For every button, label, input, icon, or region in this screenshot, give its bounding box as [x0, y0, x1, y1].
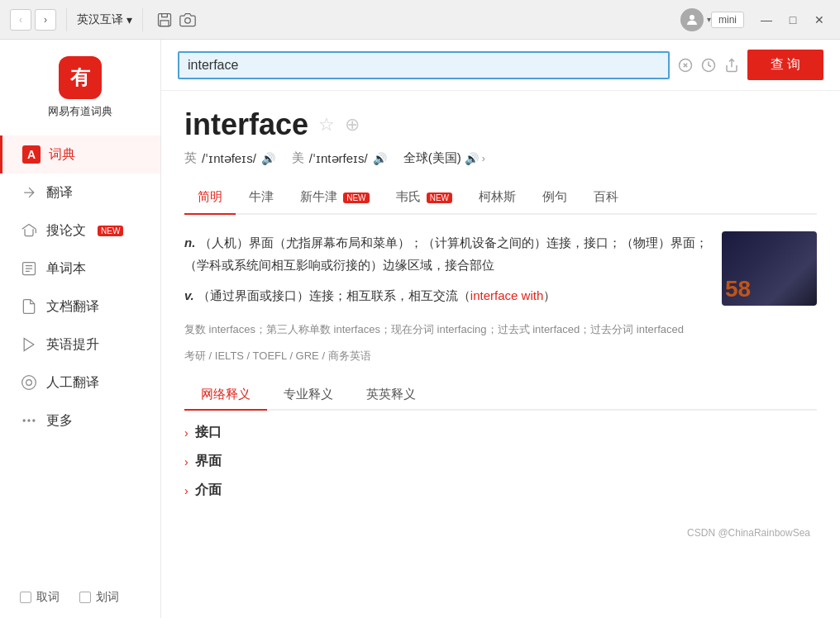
tab-liju[interactable]: 例句	[529, 181, 580, 213]
svg-point-5	[22, 376, 36, 390]
app-name: 网易有道词典	[48, 104, 112, 119]
save-icon[interactable]	[153, 8, 176, 31]
sidebar-item-yingyu[interactable]: 英语提升	[0, 326, 160, 364]
british-sound-button[interactable]: 🔊	[261, 152, 275, 165]
search-input[interactable]	[188, 58, 660, 73]
nav-controls: ‹ ›	[10, 9, 56, 31]
svg-point-1	[185, 17, 191, 23]
search-input-wrapper	[178, 51, 670, 79]
sidebar-item-fanyi[interactable]: 翻译	[0, 174, 160, 212]
british-phonetic: 英 /ˈɪntəfeɪs/ 🔊	[184, 150, 275, 166]
word-title-row: interface ☆ ⊕	[184, 107, 817, 142]
tab-baike[interactable]: 百科	[580, 181, 632, 213]
clear-icon[interactable]	[678, 58, 693, 73]
title-bar: ‹ › 英汉互译 ▾ ▾ mini — □ ✕	[0, 0, 840, 40]
lunwen-badge: NEW	[98, 226, 123, 236]
net-def-item-2[interactable]: › 界面	[184, 453, 817, 470]
american-sound-button[interactable]: 🔊	[373, 152, 387, 165]
rengong-label: 人工翻译	[46, 374, 99, 392]
sidebar: 有 网易有道词典 A 词典 翻译 搜论文 NEW	[0, 40, 161, 618]
app-logo: 有 网易有道词典	[0, 48, 160, 135]
search-button[interactable]: 查 询	[747, 50, 823, 80]
inflections: 复数 interfaces；第三人称单数 interfaces；现在分词 int…	[184, 320, 817, 339]
tab-weishi[interactable]: 韦氏 NEW	[383, 181, 466, 213]
user-account[interactable]: ▾	[680, 8, 711, 31]
dictionary-tabs: 简明 牛津 新牛津 NEW 韦氏 NEW 柯林斯 例句 百科	[184, 181, 817, 215]
history-icon[interactable]	[701, 58, 716, 73]
more-icon[interactable]: ⊕	[345, 114, 360, 135]
net-def-tabs: 网络释义 专业释义 英英释义	[184, 380, 817, 411]
svg-point-9	[32, 419, 35, 421]
tab-kelin[interactable]: 柯林斯	[465, 181, 529, 213]
net-def-word-3: 介面	[195, 482, 222, 499]
sidebar-nav: A 词典 翻译 搜论文 NEW 单词本	[0, 135, 160, 577]
net-tab-wangluo[interactable]: 网络释义	[184, 380, 267, 409]
net-def-item-3[interactable]: › 介面	[184, 482, 817, 499]
search-icons	[678, 58, 739, 73]
wendang-label: 文档翻译	[46, 298, 99, 316]
camera-icon[interactable]	[176, 8, 199, 31]
logo-icon: 有	[59, 56, 102, 99]
mode-label: 英汉互译	[77, 12, 123, 27]
quci-checkbox[interactable]	[20, 592, 31, 603]
lunwen-icon	[20, 221, 38, 240]
wendang-icon	[20, 297, 38, 316]
translation-mode-selector[interactable]: 英汉互译 ▾	[77, 12, 132, 27]
british-text: /ˈɪntəfeɪs/	[202, 151, 256, 166]
star-icon[interactable]: ☆	[318, 114, 335, 135]
sidebar-item-cidian[interactable]: A 词典	[0, 135, 160, 174]
pos-verb: v.	[184, 288, 198, 302]
forward-button[interactable]: ›	[35, 9, 56, 31]
quci-option[interactable]: 取词	[20, 590, 60, 605]
maximize-button[interactable]: □	[782, 9, 804, 31]
tab-jianming[interactable]: 简明	[184, 181, 236, 213]
sidebar-item-danci[interactable]: 单词本	[0, 250, 160, 288]
tab-xin-niujin[interactable]: 新牛津 NEW	[287, 181, 383, 213]
sidebar-item-lunwen[interactable]: 搜论文 NEW	[0, 212, 160, 250]
content-area: 查 询 interface ☆ ⊕ 英 /ˈɪntəfeɪs/ 🔊 美 /ˈɪn…	[161, 40, 840, 618]
search-bar: 查 询	[161, 40, 840, 91]
sidebar-item-gengduo[interactable]: 更多	[0, 402, 160, 440]
british-label: 英	[184, 150, 197, 166]
back-button[interactable]: ‹	[10, 9, 31, 31]
definitions: 58 n. （人机）界面（尤指屏幕布局和菜单）；（计算机设备之间的）连接，接口；…	[184, 231, 817, 307]
tab-niujin[interactable]: 牛津	[236, 181, 287, 213]
danci-icon	[20, 259, 38, 278]
minimize-button[interactable]: —	[756, 9, 777, 31]
huaci-checkbox[interactable]	[79, 592, 91, 603]
huaci-option[interactable]: 划词	[79, 590, 119, 605]
lunwen-label: 搜论文	[46, 222, 86, 240]
net-def-item-1[interactable]: › 接口	[184, 424, 817, 441]
phonetics: 英 /ˈɪntəfeɪs/ 🔊 美 /ˈɪntərfeɪs/ 🔊 全球(美国) …	[184, 150, 817, 166]
net-tab-yingying[interactable]: 英英释义	[350, 380, 432, 409]
global-pronunciation[interactable]: 全球(美国) 🔊 ›	[403, 150, 485, 166]
xin-niujin-badge: NEW	[343, 193, 369, 203]
svg-point-6	[26, 380, 32, 386]
sidebar-item-rengong[interactable]: 人工翻译	[0, 364, 160, 402]
sidebar-item-wendang[interactable]: 文档翻译	[0, 288, 160, 326]
global-label: 全球(美国)	[403, 150, 461, 166]
american-phonetic: 美 /ˈɪntərfeɪs/ 🔊	[292, 150, 387, 166]
svg-point-7	[23, 419, 26, 421]
yingyu-icon	[20, 335, 38, 354]
american-label: 美	[292, 150, 304, 166]
mode-arrow-icon: ▾	[126, 13, 132, 26]
sidebar-footer: 取词 划词	[0, 577, 160, 618]
global-sound-button[interactable]: 🔊	[465, 152, 479, 165]
svg-marker-4	[24, 339, 34, 351]
global-arrow-icon: ›	[482, 153, 485, 164]
mini-mode-button[interactable]: mini	[711, 12, 744, 28]
share-icon[interactable]	[724, 58, 739, 73]
net-tab-zhuanye[interactable]: 专业释义	[267, 380, 350, 409]
weishi-badge: NEW	[427, 193, 452, 203]
net-def-word-1: 接口	[195, 424, 222, 441]
close-button[interactable]: ✕	[809, 9, 830, 31]
svg-point-2	[690, 15, 694, 20]
huaci-label: 划词	[96, 590, 119, 605]
window-controls: — □ ✕	[756, 9, 830, 31]
net-def-word-2: 界面	[195, 453, 222, 470]
avatar	[680, 8, 704, 31]
american-text: /ˈɪntərfeɪs/	[309, 151, 368, 166]
fanyi-icon	[20, 183, 38, 202]
danci-label: 单词本	[46, 260, 86, 278]
